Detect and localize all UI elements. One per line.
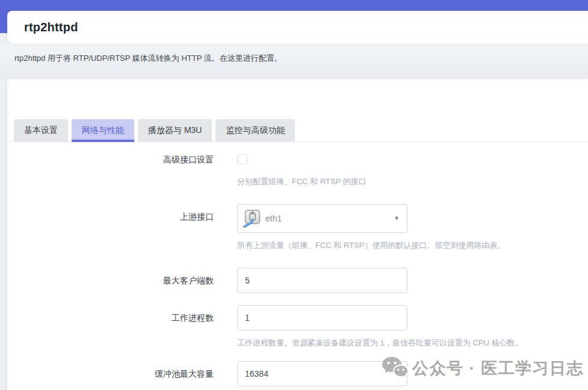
form-row-upstream-interface: 上游接口 eth1 [7,204,588,251]
upstream-interface-value: eth1 [265,214,282,223]
page-description: rtp2httpd 用于将 RTP/UDP/RTSP 媒体流转换为 HTTP 流… [14,53,588,64]
buffer-pool-capacity-input[interactable] [237,361,407,386]
config-section-card: 基本设置 网络与性能 播放器与 M3U 监控与高级功能 高级接口设置 分别配置组… [7,79,588,390]
tab-player-m3u[interactable]: 播放器与 M3U [138,119,212,142]
tab-basic-settings[interactable]: 基本设置 [14,119,68,142]
field-description: 所有上游流量（组播、FCC 和 RTSP）使用的默认接口。留空则使用路由表。 [237,240,588,251]
field-label: 上游接口 [7,204,214,251]
upstream-interface-select[interactable]: eth1 ▼ [237,204,407,233]
field-label: 高级接口设置 [7,153,214,187]
ethernet-port-icon [243,209,262,228]
advanced-interface-checkbox[interactable] [237,154,247,164]
form-row-buffer-pool-capacity: 缓冲池最大容量 [7,361,588,386]
rtp2httpd-config-page: { "header": { "title": "rtp2httpd" }, "b… [0,0,588,390]
page-title-card: rtp2httpd [7,11,588,43]
chevron-down-icon: ▼ [394,215,400,221]
field-description: 工作进程数量。资源紧凑设备建议设置为 1，最佳吞吐量可以设置为 CPU 核心数。 [237,338,588,348]
field-label: 工作进程数 [7,305,214,348]
page-description-band: rtp2httpd 用于将 RTP/UDP/RTSP 媒体流转换为 HTTP 流… [0,43,588,79]
form-row-max-clients: 最大客户端数 [7,268,588,293]
max-clients-input[interactable] [237,268,407,293]
worker-processes-input[interactable] [237,305,407,330]
tab-network-performance[interactable]: 网络与性能 [72,119,134,142]
field-label: 缓冲池最大容量 [7,361,214,386]
tab-bar: 基本设置 网络与性能 播放器与 M3U 监控与高级功能 [7,119,588,142]
page-title: rtp2httpd [24,20,78,34]
field-description: 分别配置组播、FCC 和 RTSP 的接口 [237,176,588,187]
settings-form: 高级接口设置 分别配置组播、FCC 和 RTSP 的接口 上游接口 [7,153,588,386]
tab-monitoring-advanced[interactable]: 监控与高级功能 [215,119,295,142]
field-label: 最大客户端数 [7,268,214,293]
form-row-worker-processes: 工作进程数 工作进程数量。资源紧凑设备建议设置为 1，最佳吞吐量可以设置为 CP… [7,305,588,348]
form-row-advanced-interface: 高级接口设置 分别配置组播、FCC 和 RTSP 的接口 [7,153,588,187]
